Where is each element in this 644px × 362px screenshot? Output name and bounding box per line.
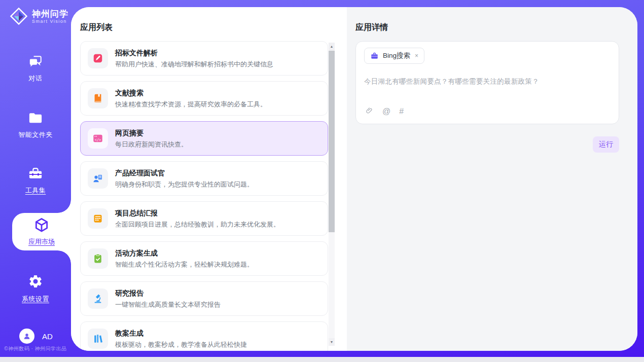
- books-icon: [88, 329, 108, 349]
- chip-close-icon[interactable]: ×: [415, 52, 418, 59]
- sidebar-item-smart-folders[interactable]: 智能文件夹: [0, 112, 71, 139]
- app-list-item-book[interactable]: 文献搜索 快速精准查找学术资源，提高研究效率的必备工具。: [80, 81, 328, 116]
- sidebar-item-toolset[interactable]: 工具集: [0, 166, 71, 195]
- query-text[interactable]: 今日湖北有哪些新闻要点？有哪些需要关注的最新政策？: [364, 77, 611, 86]
- sidebar-item-settings[interactable]: 系统设置: [0, 274, 71, 304]
- app-item-desc: 帮助用户快速、准确地理解和解析招标书中的关键信息: [115, 59, 273, 69]
- brand-tagline: Smart Vision: [32, 19, 68, 24]
- app-item-desc: 全面回顾项目进展，总结经验教训，助力未来优化发展。: [115, 220, 280, 229]
- app-item-desc: 快速精准查找学术资源，提高研究效率的必备工具。: [115, 99, 267, 109]
- app-item-desc: 模板驱动，教案秒成，教学准备从此轻松快捷: [115, 340, 247, 349]
- app-window: 神州问学 Smart Vision 对话 智能文件夹: [0, 0, 644, 357]
- cube-icon: [33, 217, 50, 235]
- app-list-item-interviewer[interactable]: 产品经理面试官 明确身份和职责，为您提供专业性的面试问题。: [80, 161, 328, 196]
- app-list-panel: 应用列表 招标文件解析 帮助用户快速、准确地理解和解析招标书中的关键信息 文献搜…: [71, 7, 347, 351]
- sidebar-item-chat[interactable]: 对话: [0, 54, 71, 83]
- scrollbar-up-button[interactable]: ▲: [329, 43, 335, 50]
- attachment-icon[interactable]: [365, 106, 374, 117]
- clipboard-check-icon: [88, 248, 108, 269]
- brand-logo: 神州问学 Smart Vision: [9, 7, 68, 26]
- app-item-title: 研究报告: [115, 288, 221, 298]
- person-icon: [22, 332, 31, 341]
- report-icon: [88, 208, 108, 229]
- app-item-title: 教案生成: [115, 328, 247, 338]
- app-item-desc: 每日政府新闻资讯快查。: [115, 139, 188, 149]
- content-area: 应用列表 招标文件解析 帮助用户快速、准确地理解和解析招标书中的关键信息 文献搜…: [71, 7, 637, 351]
- app-list: 招标文件解析 帮助用户快速、准确地理解和解析招标书中的关键信息 文献搜索 快速精…: [80, 41, 328, 351]
- app-list-item-books[interactable]: 教案生成 模板驱动，教案秒成，教学准备从此轻松快捷: [80, 321, 328, 351]
- app-list-item-doc-edit[interactable]: 招标文件解析 帮助用户快速、准确地理解和解析招标书中的关键信息: [80, 41, 328, 76]
- app-list-item-clipboard-check[interactable]: 活动方案生成 智能生成个性化活动方案，轻松解决规划难题。: [80, 241, 328, 276]
- app-item-desc: 一键智能生成高质量长文本研究报告: [115, 300, 221, 309]
- user-label: AD: [42, 332, 53, 341]
- scrollbar-thumb[interactable]: [329, 51, 335, 232]
- run-row: 运行: [355, 136, 619, 153]
- app-item-title: 项目总结汇报: [115, 208, 280, 218]
- brand-text: 神州问学 Smart Vision: [32, 9, 68, 24]
- sidebar: 神州问学 Smart Vision 对话 智能文件夹: [0, 0, 71, 357]
- sidebar-item-label: 应用市场: [28, 237, 55, 246]
- app-detail-title: 应用详情: [355, 22, 637, 33]
- scrollbar-down-button[interactable]: ▼: [329, 338, 335, 346]
- app-item-title: 网页摘要: [115, 128, 188, 138]
- brand-name: 神州问学: [32, 9, 68, 19]
- scrollbar[interactable]: ▲ ▼: [329, 43, 335, 346]
- interviewer-icon: [88, 168, 108, 189]
- book-icon: [88, 88, 108, 108]
- mention-icon[interactable]: @: [382, 107, 390, 116]
- input-toolbar: @ #: [365, 106, 404, 117]
- hashtag-icon[interactable]: #: [399, 107, 404, 116]
- doc-edit-icon: [88, 48, 108, 68]
- microscope-icon: [88, 288, 108, 309]
- tool-chip-bing-search[interactable]: Bing搜索 ×: [364, 48, 424, 64]
- app-item-title: 招标文件解析: [115, 48, 273, 58]
- run-button[interactable]: 运行: [593, 136, 619, 153]
- browser-code-icon: </>: [88, 128, 108, 149]
- app-list-item-browser-code[interactable]: </> 网页摘要 每日政府新闻资讯快查。: [80, 121, 328, 156]
- sidebar-item-label: 智能文件夹: [18, 130, 53, 139]
- app-item-desc: 明确身份和职责，为您提供专业性的面试问题。: [115, 179, 254, 189]
- app-list-title: 应用列表: [80, 22, 347, 33]
- toolbox-icon: [28, 166, 43, 183]
- user-account[interactable]: AD: [19, 329, 53, 344]
- svg-text:</>: </>: [95, 138, 101, 142]
- folder-icon: [28, 112, 43, 127]
- app-item-title: 活动方案生成: [115, 248, 254, 258]
- briefcase-icon: [370, 52, 379, 60]
- prompt-card: Bing搜索 × 今日湖北有哪些新闻要点？有哪些需要关注的最新政策？ @ #: [355, 41, 619, 124]
- app-list-item-microscope[interactable]: 研究报告 一键智能生成高质量长文本研究报告: [80, 281, 328, 316]
- sidebar-item-label: 系统设置: [22, 295, 49, 304]
- app-item-title: 产品经理面试官: [115, 168, 254, 178]
- app-detail-panel: 应用详情 Bing搜索 × 今日湖北有哪些新闻要点？有哪些需要关注的最新政策？: [347, 7, 637, 351]
- copyright: ©神州数码 · 神州问学出品: [0, 345, 71, 352]
- app-list-item-report[interactable]: 项目总结汇报 全面回顾项目进展，总结经验教训，助力未来优化发展。: [80, 201, 328, 236]
- app-item-title: 文献搜索: [115, 88, 267, 98]
- sidebar-item-label: 工具集: [25, 186, 46, 195]
- brand-diamond-icon: [9, 7, 28, 26]
- chat-icon: [28, 54, 43, 70]
- app-item-desc: 智能生成个性化活动方案，轻松解决规划难题。: [115, 260, 254, 269]
- sidebar-item-app-market-active[interactable]: 应用市场: [12, 213, 71, 250]
- tool-chip-label: Bing搜索: [383, 51, 410, 60]
- avatar: [19, 329, 34, 344]
- gear-icon: [28, 274, 43, 291]
- sidebar-item-label: 对话: [29, 74, 43, 83]
